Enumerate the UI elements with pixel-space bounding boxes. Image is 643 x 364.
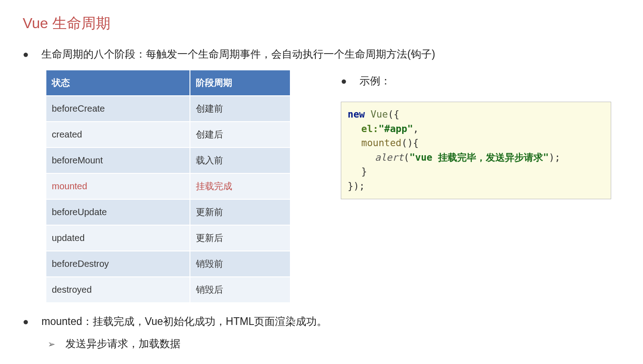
code-alert-msg: "vue 挂载完毕，发送异步请求"	[409, 152, 549, 163]
code-el-key: el:	[361, 123, 379, 134]
table-cell-phase: 更新前	[190, 199, 290, 225]
bullet-icon: ●	[341, 76, 347, 86]
table-cell-phase: 销毁前	[190, 251, 290, 277]
code-alert-fn: alert	[375, 152, 404, 163]
mounted-bullet: ● mounted：挂载完成，Vue初始化成功，HTML页面渲染成功。	[23, 315, 620, 329]
table-row: beforeMount载入前	[46, 148, 290, 173]
bullet-icon: ●	[23, 317, 29, 327]
table-cell-phase: 挂载完成	[190, 173, 290, 199]
table-row: beforeCreate创建前	[46, 96, 290, 122]
code-alert-open: (	[404, 152, 409, 163]
table-cell-phase: 创建后	[190, 122, 290, 148]
code-kw-new: new	[348, 109, 365, 120]
code-mounted-key: mounted	[361, 138, 402, 148]
lifecycle-table: 状态 阶段周期 beforeCreate创建前created创建后beforeM…	[45, 69, 291, 303]
bullet-icon: ●	[23, 49, 29, 59]
table-cell-phase: 创建前	[190, 96, 290, 122]
table-header-phase: 阶段周期	[190, 70, 290, 96]
table-cell-state: beforeUpdate	[46, 199, 190, 225]
table-cell-state: destroyed	[46, 277, 190, 303]
code-close-brace: }	[361, 166, 367, 177]
intro-bullet: ● 生命周期的八个阶段：每触发一个生命周期事件，会自动执行一个生命周期方法(钩子…	[23, 47, 620, 61]
arrow-icon: ➢	[48, 339, 55, 349]
code-close-all: });	[348, 181, 365, 192]
example-label: 示例：	[359, 74, 391, 88]
table-cell-state: beforeCreate	[46, 96, 190, 122]
code-mounted-paren: (){	[402, 138, 419, 148]
table-cell-state: created	[46, 122, 190, 148]
code-comma: ,	[413, 123, 419, 134]
table-header-state: 状态	[46, 70, 190, 96]
table-row: created创建后	[46, 122, 290, 148]
code-example: new Vue({ el:"#app", mounted(){ alert("v…	[341, 102, 611, 199]
table-cell-state: mounted	[46, 173, 190, 199]
code-alert-close: );	[549, 152, 560, 163]
table-row: beforeUpdate更新前	[46, 199, 290, 225]
sub-point-text: 发送异步请求，加载数据	[65, 337, 180, 351]
table-row: destroyed销毁后	[46, 277, 290, 303]
table-cell-state: updated	[46, 225, 190, 251]
code-open: ({	[388, 109, 399, 120]
table-cell-phase: 更新后	[190, 225, 290, 251]
mounted-text: mounted：挂载完成，Vue初始化成功，HTML页面渲染成功。	[41, 315, 327, 329]
sub-bullet: ➢ 发送异步请求，加载数据	[48, 337, 620, 351]
code-kw-vue: Vue	[371, 109, 388, 120]
code-el-val: "#app"	[379, 123, 413, 134]
table-cell-phase: 载入前	[190, 148, 290, 173]
table-cell-phase: 销毁后	[190, 277, 290, 303]
intro-text: 生命周期的八个阶段：每触发一个生命周期事件，会自动执行一个生命周期方法(钩子)	[41, 47, 435, 61]
table-row: updated更新后	[46, 225, 290, 251]
table-row: beforeDestroy销毁前	[46, 251, 290, 277]
table-cell-state: beforeDestroy	[46, 251, 190, 277]
table-row: mounted挂载完成	[46, 173, 290, 199]
example-bullet: ● 示例：	[341, 74, 620, 88]
table-cell-state: beforeMount	[46, 148, 190, 173]
slide-title: Vue 生命周期	[23, 14, 620, 34]
